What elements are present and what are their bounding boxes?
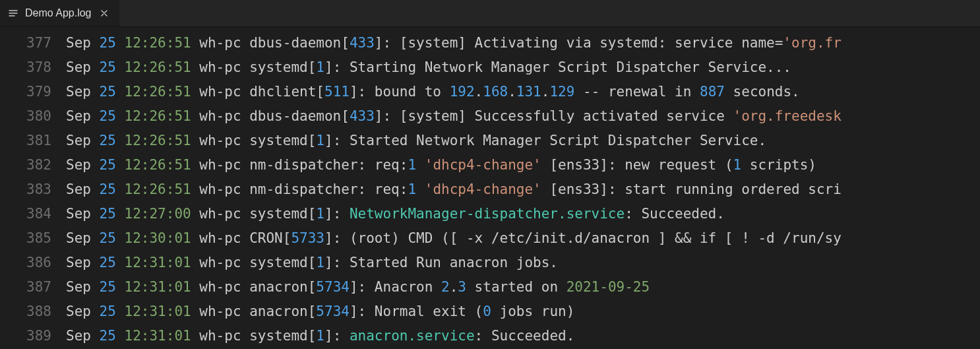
tab-bar: Demo App.log — [0, 0, 980, 27]
line-number: 389 — [0, 324, 66, 348]
line-number: 386 — [0, 251, 66, 275]
line-number: 382 — [0, 153, 66, 177]
editor-line[interactable]: 386Sep 25 12:31:01 wh-pc systemd[1]: Sta… — [0, 251, 980, 275]
line-number: 377 — [0, 31, 66, 55]
editor-viewport[interactable]: 377Sep 25 12:26:51 wh-pc dbus-daemon[433… — [0, 27, 980, 349]
editor-line[interactable]: 377Sep 25 12:26:51 wh-pc dbus-daemon[433… — [0, 31, 980, 55]
editor-line[interactable]: 389Sep 25 12:31:01 wh-pc systemd[1]: ana… — [0, 324, 980, 348]
line-content: Sep 25 12:26:51 wh-pc nm-dispatcher: req… — [66, 153, 816, 177]
editor-line[interactable]: 384Sep 25 12:27:00 wh-pc systemd[1]: Net… — [0, 202, 980, 226]
line-number: 384 — [0, 202, 66, 226]
line-content: Sep 25 12:26:51 wh-pc dbus-daemon[433]: … — [66, 104, 842, 129]
editor-line[interactable]: 381Sep 25 12:26:51 wh-pc systemd[1]: Sta… — [0, 129, 980, 153]
editor-line[interactable]: 387Sep 25 12:31:01 wh-pc anacron[5734]: … — [0, 275, 980, 300]
line-content: Sep 25 12:31:01 wh-pc systemd[1]: Starte… — [66, 251, 558, 275]
editor-line[interactable]: 388Sep 25 12:31:01 wh-pc anacron[5734]: … — [0, 300, 980, 324]
line-number: 387 — [0, 275, 66, 300]
line-content: Sep 25 12:26:51 wh-pc systemd[1]: Starti… — [66, 55, 791, 80]
line-content: Sep 25 12:30:01 wh-pc CRON[5733]: (root)… — [66, 226, 842, 251]
line-content: Sep 25 12:26:51 wh-pc systemd[1]: Starte… — [66, 129, 766, 153]
line-number: 381 — [0, 129, 66, 153]
line-content: Sep 25 12:31:01 wh-pc systemd[1]: anacro… — [66, 324, 574, 348]
line-number: 383 — [0, 177, 66, 202]
line-content: Sep 25 12:27:00 wh-pc systemd[1]: Networ… — [66, 202, 725, 226]
line-content: Sep 25 12:31:01 wh-pc anacron[5734]: Ana… — [66, 275, 650, 300]
line-content: Sep 25 12:26:51 wh-pc dhclient[511]: bou… — [66, 80, 800, 104]
line-number: 385 — [0, 226, 66, 251]
editor-line[interactable]: 380Sep 25 12:26:51 wh-pc dbus-daemon[433… — [0, 104, 980, 129]
line-content: Sep 25 12:26:51 wh-pc nm-dispatcher: req… — [66, 177, 842, 202]
editor-line[interactable]: 378Sep 25 12:26:51 wh-pc systemd[1]: Sta… — [0, 55, 980, 80]
line-number: 388 — [0, 300, 66, 324]
tab-demo-app-log[interactable]: Demo App.log — [0, 0, 120, 26]
line-number: 380 — [0, 104, 66, 129]
line-content: Sep 25 12:31:01 wh-pc anacron[5734]: Nor… — [66, 300, 574, 324]
line-number: 379 — [0, 80, 66, 104]
editor-line[interactable]: 385Sep 25 12:30:01 wh-pc CRON[5733]: (ro… — [0, 226, 980, 251]
line-content: Sep 25 12:26:51 wh-pc dbus-daemon[433]: … — [66, 31, 842, 55]
close-icon[interactable] — [98, 7, 110, 19]
file-icon — [8, 8, 18, 18]
editor-line[interactable]: 383Sep 25 12:26:51 wh-pc nm-dispatcher: … — [0, 177, 980, 202]
tab-title: Demo App.log — [25, 7, 92, 19]
line-number: 378 — [0, 55, 66, 80]
editor-line[interactable]: 379Sep 25 12:26:51 wh-pc dhclient[511]: … — [0, 80, 980, 104]
editor-line[interactable]: 382Sep 25 12:26:51 wh-pc nm-dispatcher: … — [0, 153, 980, 177]
